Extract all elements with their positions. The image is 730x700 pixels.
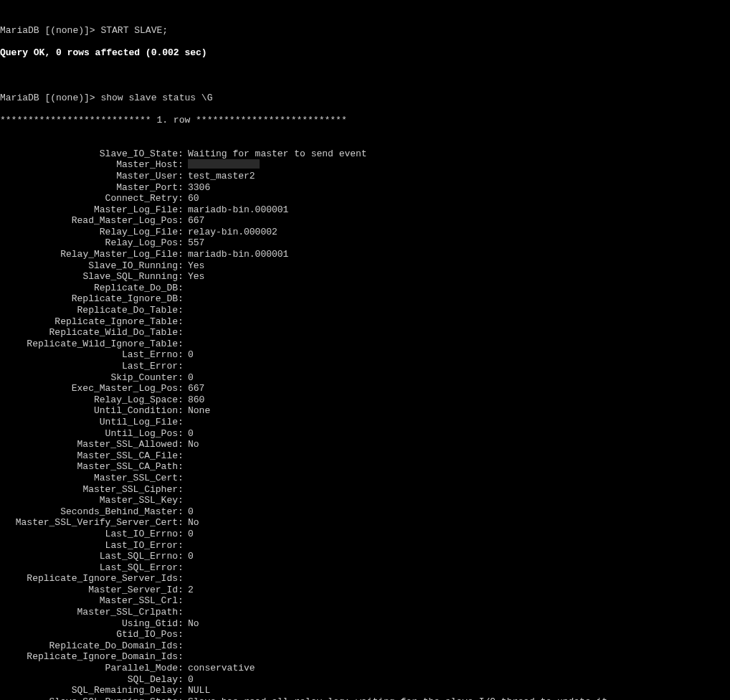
- colon-separator: :: [178, 629, 188, 640]
- colon-separator: :: [178, 506, 188, 518]
- colon-separator: :: [178, 540, 188, 552]
- status-value: Slave has read all relay log; waiting fo…: [188, 696, 607, 700]
- status-value: 0: [188, 349, 194, 361]
- status-label: Seconds_Behind_Master: [0, 506, 178, 518]
- colon-separator: :: [178, 595, 188, 607]
- status-label: Last_SQL_Error: [0, 562, 178, 574]
- status-label: Last_Error: [0, 361, 178, 372]
- colon-separator: :: [178, 182, 188, 194]
- status-value: 0: [188, 428, 194, 440]
- status-row: Replicate_Ignore_DB:: [0, 293, 730, 305]
- status-row: Master_SSL_CA_File:: [0, 450, 730, 462]
- status-label: Master_SSL_Key: [0, 495, 178, 506]
- status-row: Master_SSL_Allowed: No: [0, 439, 730, 450]
- terminal-line: MariaDB [(none)]> show slave status \G: [0, 93, 730, 104]
- status-row: Last_SQL_Error:: [0, 562, 730, 574]
- status-label: Last_IO_Errno: [0, 529, 178, 540]
- command-start-slave: START SLAVE;: [100, 25, 168, 36]
- status-label: Replicate_Ignore_Domain_Ids: [0, 651, 178, 663]
- query-result: Query OK, 0 rows affected (0.002 sec): [0, 47, 730, 59]
- status-row: Master_SSL_Verify_Server_Cert: No: [0, 517, 730, 529]
- terminal[interactable]: MariaDB [(none)]> START SLAVE; Query OK,…: [0, 0, 730, 700]
- status-label: Master_SSL_CA_File: [0, 450, 178, 462]
- status-label: SQL_Remaining_Delay: [0, 685, 178, 696]
- colon-separator: :: [178, 171, 188, 182]
- status-label: Gtid_IO_Pos: [0, 629, 178, 640]
- status-row: SQL_Remaining_Delay: NULL: [0, 685, 730, 696]
- colon-separator: :: [178, 663, 188, 674]
- status-label: Master_Port: [0, 182, 178, 194]
- status-row: Master_Host:: [0, 159, 730, 171]
- status-row: Slave_IO_Running: Yes: [0, 260, 730, 272]
- status-value: 0: [188, 674, 194, 686]
- status-row: Until_Log_File:: [0, 417, 730, 428]
- colon-separator: :: [178, 327, 188, 339]
- status-row: Master_SSL_Crl:: [0, 595, 730, 607]
- status-value: 557: [188, 237, 204, 249]
- colon-separator: :: [178, 461, 188, 473]
- status-row: Replicate_Ignore_Table:: [0, 316, 730, 328]
- status-row: Master_SSL_Key:: [0, 495, 730, 506]
- colon-separator: :: [178, 349, 188, 361]
- status-row: Relay_Log_Space: 860: [0, 394, 730, 406]
- status-label: Replicate_Do_Domain_Ids: [0, 640, 178, 652]
- status-label: Replicate_Wild_Ignore_Table: [0, 339, 178, 350]
- status-label: Slave_IO_Running: [0, 260, 178, 272]
- colon-separator: :: [178, 439, 188, 450]
- status-label: Replicate_Ignore_Server_Ids: [0, 573, 178, 585]
- status-label: Master_Log_File: [0, 204, 178, 216]
- colon-separator: :: [178, 237, 188, 249]
- status-value: None: [188, 405, 210, 417]
- status-label: Using_Gtid: [0, 618, 178, 630]
- status-value: 860: [188, 394, 204, 406]
- colon-separator: :: [178, 405, 188, 417]
- status-label: Relay_Log_Pos: [0, 237, 178, 249]
- status-row: Master_SSL_CA_Path:: [0, 461, 730, 473]
- status-label: Master_SSL_Allowed: [0, 439, 178, 450]
- terminal-line: MariaDB [(none)]> START SLAVE;: [0, 25, 730, 37]
- status-row: Slave_SQL_Running_State: Slave has read …: [0, 696, 730, 700]
- colon-separator: :: [178, 640, 188, 652]
- status-value: 0: [188, 372, 194, 384]
- status-value: mariadb-bin.000001: [188, 249, 288, 260]
- status-label: Last_IO_Error: [0, 540, 178, 552]
- status-row: Master_SSL_Crlpath:: [0, 607, 730, 618]
- colon-separator: :: [178, 585, 188, 596]
- colon-separator: :: [178, 260, 188, 272]
- status-label: Master_SSL_CA_Path: [0, 461, 178, 473]
- status-row: Relay_Log_File: relay-bin.000002: [0, 227, 730, 238]
- status-row: Parallel_Mode: conservative: [0, 663, 730, 674]
- status-value: 60: [188, 193, 199, 204]
- colon-separator: :: [178, 283, 188, 294]
- status-row: Last_SQL_Errno: 0: [0, 551, 730, 562]
- status-label: Last_SQL_Errno: [0, 551, 178, 562]
- status-label: Parallel_Mode: [0, 663, 178, 674]
- row-header: *************************** 1. row *****…: [0, 115, 730, 126]
- colon-separator: :: [178, 215, 188, 227]
- status-value: Yes: [188, 271, 204, 283]
- blank-line: [0, 70, 730, 82]
- status-label: Master_SSL_Cert: [0, 473, 178, 484]
- colon-separator: :: [178, 428, 188, 440]
- status-row: Replicate_Wild_Do_Table:: [0, 327, 730, 339]
- colon-separator: :: [178, 339, 188, 350]
- colon-separator: :: [178, 696, 188, 700]
- status-row: Exec_Master_Log_Pos: 667: [0, 383, 730, 394]
- colon-separator: :: [178, 193, 188, 204]
- colon-separator: :: [178, 361, 188, 372]
- status-label: Replicate_Do_Table: [0, 305, 178, 316]
- status-row: Slave_SQL_Running: Yes: [0, 271, 730, 283]
- status-row: Replicate_Wild_Ignore_Table:: [0, 339, 730, 350]
- status-row: Gtid_IO_Pos:: [0, 629, 730, 640]
- status-value: conservative: [188, 663, 255, 674]
- status-label: Master_SSL_Cipher: [0, 484, 178, 496]
- colon-separator: :: [178, 674, 188, 686]
- status-label: Until_Log_Pos: [0, 428, 178, 440]
- status-value: 667: [188, 383, 204, 394]
- colon-separator: :: [178, 517, 188, 529]
- status-value: 0: [188, 506, 194, 518]
- colon-separator: :: [178, 495, 188, 506]
- colon-separator: :: [178, 394, 188, 406]
- status-row: Master_Server_Id: 2: [0, 585, 730, 596]
- status-value: No: [188, 517, 199, 529]
